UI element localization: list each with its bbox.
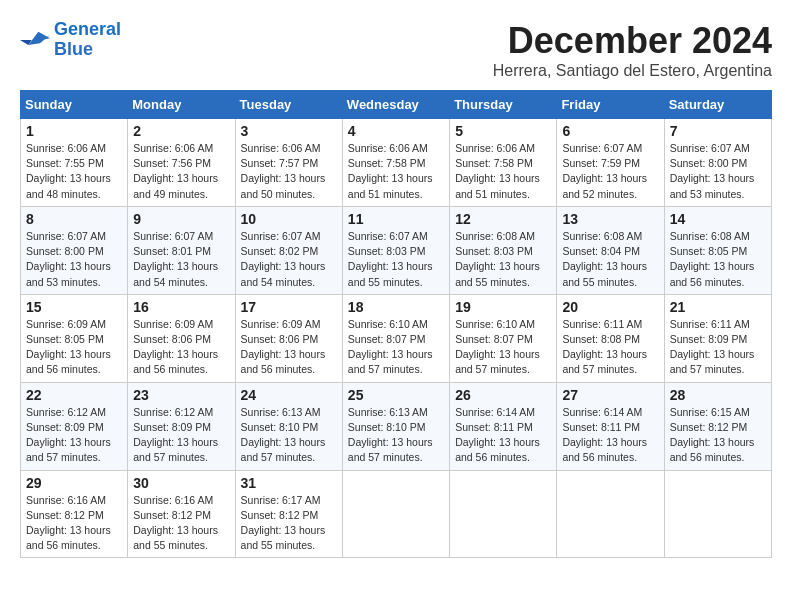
weekday-header-monday: Monday xyxy=(128,91,235,119)
day-number: 3 xyxy=(241,123,337,139)
day-number: 11 xyxy=(348,211,444,227)
calendar-cell: 18Sunrise: 6:10 AMSunset: 8:07 PMDayligh… xyxy=(342,294,449,382)
weekday-header-wednesday: Wednesday xyxy=(342,91,449,119)
day-number: 28 xyxy=(670,387,766,403)
day-info: Sunrise: 6:09 AMSunset: 8:05 PMDaylight:… xyxy=(26,317,122,378)
day-info: Sunrise: 6:12 AMSunset: 8:09 PMDaylight:… xyxy=(26,405,122,466)
day-info: Sunrise: 6:06 AMSunset: 7:57 PMDaylight:… xyxy=(241,141,337,202)
day-number: 16 xyxy=(133,299,229,315)
calendar-cell: 29Sunrise: 6:16 AMSunset: 8:12 PMDayligh… xyxy=(21,470,128,558)
day-number: 26 xyxy=(455,387,551,403)
day-number: 14 xyxy=(670,211,766,227)
day-number: 30 xyxy=(133,475,229,491)
day-info: Sunrise: 6:09 AMSunset: 8:06 PMDaylight:… xyxy=(133,317,229,378)
weekday-header-sunday: Sunday xyxy=(21,91,128,119)
day-info: Sunrise: 6:08 AMSunset: 8:03 PMDaylight:… xyxy=(455,229,551,290)
calendar-cell: 15Sunrise: 6:09 AMSunset: 8:05 PMDayligh… xyxy=(21,294,128,382)
calendar-cell: 20Sunrise: 6:11 AMSunset: 8:08 PMDayligh… xyxy=(557,294,664,382)
day-number: 7 xyxy=(670,123,766,139)
day-info: Sunrise: 6:07 AMSunset: 8:01 PMDaylight:… xyxy=(133,229,229,290)
calendar-cell: 21Sunrise: 6:11 AMSunset: 8:09 PMDayligh… xyxy=(664,294,771,382)
calendar-cell: 19Sunrise: 6:10 AMSunset: 8:07 PMDayligh… xyxy=(450,294,557,382)
day-info: Sunrise: 6:11 AMSunset: 8:09 PMDaylight:… xyxy=(670,317,766,378)
day-info: Sunrise: 6:14 AMSunset: 8:11 PMDaylight:… xyxy=(562,405,658,466)
day-info: Sunrise: 6:13 AMSunset: 8:10 PMDaylight:… xyxy=(241,405,337,466)
logo-line2: Blue xyxy=(54,39,93,59)
calendar-cell: 14Sunrise: 6:08 AMSunset: 8:05 PMDayligh… xyxy=(664,206,771,294)
day-info: Sunrise: 6:16 AMSunset: 8:12 PMDaylight:… xyxy=(26,493,122,554)
calendar-cell: 28Sunrise: 6:15 AMSunset: 8:12 PMDayligh… xyxy=(664,382,771,470)
logo-text: General Blue xyxy=(54,20,121,60)
day-number: 2 xyxy=(133,123,229,139)
day-number: 22 xyxy=(26,387,122,403)
calendar-week-row: 8Sunrise: 6:07 AMSunset: 8:00 PMDaylight… xyxy=(21,206,772,294)
day-number: 12 xyxy=(455,211,551,227)
calendar-cell xyxy=(450,470,557,558)
day-number: 19 xyxy=(455,299,551,315)
calendar-cell: 5Sunrise: 6:06 AMSunset: 7:58 PMDaylight… xyxy=(450,119,557,207)
weekday-header-friday: Friday xyxy=(557,91,664,119)
calendar-cell xyxy=(342,470,449,558)
day-number: 25 xyxy=(348,387,444,403)
day-number: 15 xyxy=(26,299,122,315)
calendar-cell: 7Sunrise: 6:07 AMSunset: 8:00 PMDaylight… xyxy=(664,119,771,207)
calendar-cell: 4Sunrise: 6:06 AMSunset: 7:58 PMDaylight… xyxy=(342,119,449,207)
calendar-cell: 26Sunrise: 6:14 AMSunset: 8:11 PMDayligh… xyxy=(450,382,557,470)
day-info: Sunrise: 6:11 AMSunset: 8:08 PMDaylight:… xyxy=(562,317,658,378)
day-info: Sunrise: 6:06 AMSunset: 7:58 PMDaylight:… xyxy=(348,141,444,202)
weekday-header-tuesday: Tuesday xyxy=(235,91,342,119)
day-number: 29 xyxy=(26,475,122,491)
svg-marker-0 xyxy=(28,31,50,44)
day-info: Sunrise: 6:07 AMSunset: 7:59 PMDaylight:… xyxy=(562,141,658,202)
calendar-cell: 2Sunrise: 6:06 AMSunset: 7:56 PMDaylight… xyxy=(128,119,235,207)
day-info: Sunrise: 6:07 AMSunset: 8:00 PMDaylight:… xyxy=(26,229,122,290)
day-number: 10 xyxy=(241,211,337,227)
calendar-header-row: SundayMondayTuesdayWednesdayThursdayFrid… xyxy=(21,91,772,119)
day-info: Sunrise: 6:09 AMSunset: 8:06 PMDaylight:… xyxy=(241,317,337,378)
page-header: General Blue December 2024 Herrera, Sant… xyxy=(20,20,772,80)
calendar-cell: 9Sunrise: 6:07 AMSunset: 8:01 PMDaylight… xyxy=(128,206,235,294)
calendar-week-row: 1Sunrise: 6:06 AMSunset: 7:55 PMDaylight… xyxy=(21,119,772,207)
month-title: December 2024 xyxy=(493,20,772,62)
day-info: Sunrise: 6:14 AMSunset: 8:11 PMDaylight:… xyxy=(455,405,551,466)
day-info: Sunrise: 6:13 AMSunset: 8:10 PMDaylight:… xyxy=(348,405,444,466)
day-number: 31 xyxy=(241,475,337,491)
day-info: Sunrise: 6:08 AMSunset: 8:05 PMDaylight:… xyxy=(670,229,766,290)
calendar-cell: 25Sunrise: 6:13 AMSunset: 8:10 PMDayligh… xyxy=(342,382,449,470)
day-info: Sunrise: 6:12 AMSunset: 8:09 PMDaylight:… xyxy=(133,405,229,466)
day-info: Sunrise: 6:06 AMSunset: 7:58 PMDaylight:… xyxy=(455,141,551,202)
day-number: 8 xyxy=(26,211,122,227)
calendar-week-row: 15Sunrise: 6:09 AMSunset: 8:05 PMDayligh… xyxy=(21,294,772,382)
day-number: 13 xyxy=(562,211,658,227)
calendar-cell xyxy=(664,470,771,558)
day-number: 24 xyxy=(241,387,337,403)
calendar-week-row: 22Sunrise: 6:12 AMSunset: 8:09 PMDayligh… xyxy=(21,382,772,470)
day-info: Sunrise: 6:15 AMSunset: 8:12 PMDaylight:… xyxy=(670,405,766,466)
calendar-cell xyxy=(557,470,664,558)
day-number: 18 xyxy=(348,299,444,315)
day-number: 17 xyxy=(241,299,337,315)
calendar-cell: 6Sunrise: 6:07 AMSunset: 7:59 PMDaylight… xyxy=(557,119,664,207)
calendar-table: SundayMondayTuesdayWednesdayThursdayFrid… xyxy=(20,90,772,558)
weekday-header-saturday: Saturday xyxy=(664,91,771,119)
day-info: Sunrise: 6:07 AMSunset: 8:00 PMDaylight:… xyxy=(670,141,766,202)
logo-line1: General xyxy=(54,19,121,39)
day-info: Sunrise: 6:16 AMSunset: 8:12 PMDaylight:… xyxy=(133,493,229,554)
calendar-cell: 31Sunrise: 6:17 AMSunset: 8:12 PMDayligh… xyxy=(235,470,342,558)
calendar-cell: 22Sunrise: 6:12 AMSunset: 8:09 PMDayligh… xyxy=(21,382,128,470)
day-info: Sunrise: 6:08 AMSunset: 8:04 PMDaylight:… xyxy=(562,229,658,290)
calendar-cell: 1Sunrise: 6:06 AMSunset: 7:55 PMDaylight… xyxy=(21,119,128,207)
calendar-cell: 13Sunrise: 6:08 AMSunset: 8:04 PMDayligh… xyxy=(557,206,664,294)
location-title: Herrera, Santiago del Estero, Argentina xyxy=(493,62,772,80)
calendar-week-row: 29Sunrise: 6:16 AMSunset: 8:12 PMDayligh… xyxy=(21,470,772,558)
calendar-cell: 8Sunrise: 6:07 AMSunset: 8:00 PMDaylight… xyxy=(21,206,128,294)
day-number: 4 xyxy=(348,123,444,139)
weekday-header-thursday: Thursday xyxy=(450,91,557,119)
calendar-cell: 27Sunrise: 6:14 AMSunset: 8:11 PMDayligh… xyxy=(557,382,664,470)
calendar-cell: 17Sunrise: 6:09 AMSunset: 8:06 PMDayligh… xyxy=(235,294,342,382)
day-number: 5 xyxy=(455,123,551,139)
day-info: Sunrise: 6:10 AMSunset: 8:07 PMDaylight:… xyxy=(348,317,444,378)
day-number: 27 xyxy=(562,387,658,403)
calendar-cell: 11Sunrise: 6:07 AMSunset: 8:03 PMDayligh… xyxy=(342,206,449,294)
logo: General Blue xyxy=(20,20,121,60)
